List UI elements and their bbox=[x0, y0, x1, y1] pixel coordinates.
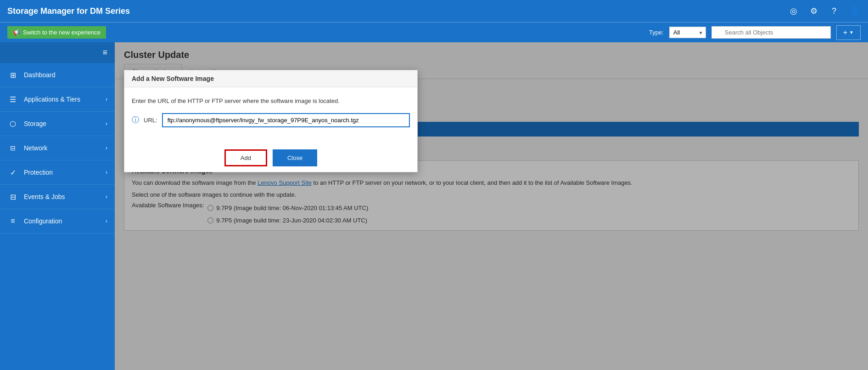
user-icon[interactable]: 👤 bbox=[848, 5, 861, 17]
compass-icon[interactable]: ◎ bbox=[787, 5, 800, 17]
close-modal-button[interactable]: Close bbox=[273, 149, 317, 166]
storage-arrow-icon: › bbox=[106, 120, 107, 127]
switch-banner-label: Switch to the new experience bbox=[23, 29, 101, 36]
storage-icon: ⬡ bbox=[7, 118, 18, 129]
modal-add-software-image: Add a New Software Image Enter the URL o… bbox=[124, 70, 418, 172]
gear-icon[interactable]: ⚙ bbox=[807, 5, 820, 17]
sidebar-item-dashboard[interactable]: ⊞ Dashboard bbox=[0, 63, 115, 87]
sidebar-nav: ⊞ Dashboard ☰ Applications & Tiers › ⬡ S… bbox=[0, 63, 115, 370]
applications-icon: ☰ bbox=[7, 94, 18, 105]
events-arrow-icon: › bbox=[106, 194, 107, 200]
type-select-wrapper: All bbox=[669, 27, 706, 38]
sub-header-right: Type: All 🔍 + ▼ bbox=[649, 25, 861, 40]
protection-icon: ✓ bbox=[7, 167, 18, 178]
network-arrow-icon: › bbox=[106, 145, 107, 151]
sidebar-item-events-jobs[interactable]: ⊟ Events & Jobs › bbox=[0, 185, 115, 209]
network-icon: ⊟ bbox=[7, 142, 18, 154]
add-software-image-button[interactable]: Add bbox=[224, 149, 267, 166]
sidebar-label-network: Network bbox=[24, 144, 100, 152]
modal-body: Enter the URL of the HTTP or FTP server … bbox=[124, 87, 417, 144]
events-icon: ⊟ bbox=[7, 191, 18, 202]
content-area: Cluster Update Cluster Update Update His… bbox=[115, 42, 868, 370]
header-icons: ◎ ⚙ ? 👤 bbox=[787, 5, 861, 17]
protection-arrow-icon: › bbox=[106, 169, 107, 176]
applications-arrow-icon: › bbox=[106, 96, 107, 102]
top-header: Storage Manager for DM Series ◎ ⚙ ? 👤 bbox=[0, 0, 868, 22]
sidebar-item-protection[interactable]: ✓ Protection › bbox=[0, 160, 115, 185]
add-button[interactable]: + ▼ bbox=[836, 25, 861, 40]
hamburger-icon: ≡ bbox=[102, 48, 107, 57]
type-select[interactable]: All bbox=[669, 27, 706, 38]
sidebar-label-events-jobs: Events & Jobs bbox=[24, 193, 100, 200]
sub-header: 📢 Switch to the new experience Type: All… bbox=[0, 22, 868, 42]
url-label: URL: bbox=[144, 117, 157, 124]
configuration-arrow-icon: › bbox=[106, 218, 107, 224]
sidebar-label-configuration: Configuration bbox=[24, 217, 100, 225]
sidebar-item-applications-tiers[interactable]: ☰ Applications & Tiers › bbox=[0, 87, 115, 112]
sidebar-item-storage[interactable]: ⬡ Storage › bbox=[0, 112, 115, 136]
help-icon[interactable]: ? bbox=[828, 5, 840, 17]
sidebar: ≡ ⊞ Dashboard ☰ Applications & Tiers › ⬡… bbox=[0, 42, 115, 370]
search-wrapper: 🔍 bbox=[711, 26, 831, 39]
switch-banner-btn[interactable]: 📢 Switch to the new experience bbox=[7, 26, 106, 39]
sidebar-item-configuration[interactable]: ≡ Configuration › bbox=[0, 209, 115, 233]
main-layout: ≡ ⊞ Dashboard ☰ Applications & Tiers › ⬡… bbox=[0, 42, 868, 370]
sidebar-item-network[interactable]: ⊟ Network › bbox=[0, 136, 115, 160]
sidebar-label-applications-tiers: Applications & Tiers bbox=[24, 96, 100, 103]
url-input[interactable] bbox=[162, 113, 410, 127]
modal-header: Add a New Software Image bbox=[124, 70, 417, 87]
search-input[interactable] bbox=[711, 26, 831, 39]
modal-overlay: Add a New Software Image Enter the URL o… bbox=[115, 42, 868, 370]
sidebar-toggle[interactable]: ≡ bbox=[0, 42, 115, 63]
sidebar-label-protection: Protection bbox=[24, 169, 100, 176]
sidebar-label-dashboard: Dashboard bbox=[24, 71, 107, 79]
type-label: Type: bbox=[649, 29, 664, 36]
modal-title: Add a New Software Image bbox=[132, 75, 214, 82]
configuration-icon: ≡ bbox=[7, 216, 18, 227]
url-row: ⓘ URL: bbox=[132, 113, 410, 127]
plus-icon: + bbox=[843, 28, 847, 37]
url-help-icon[interactable]: ⓘ bbox=[132, 115, 139, 125]
app-title: Storage Manager for DM Series bbox=[7, 6, 787, 16]
megaphone-icon: 📢 bbox=[13, 29, 20, 36]
dashboard-icon: ⊞ bbox=[7, 69, 18, 80]
chevron-down-icon: ▼ bbox=[849, 30, 854, 35]
sidebar-label-storage: Storage bbox=[24, 120, 100, 127]
modal-footer: Add Close bbox=[124, 144, 417, 172]
modal-description: Enter the URL of the HTTP or FTP server … bbox=[132, 97, 410, 106]
